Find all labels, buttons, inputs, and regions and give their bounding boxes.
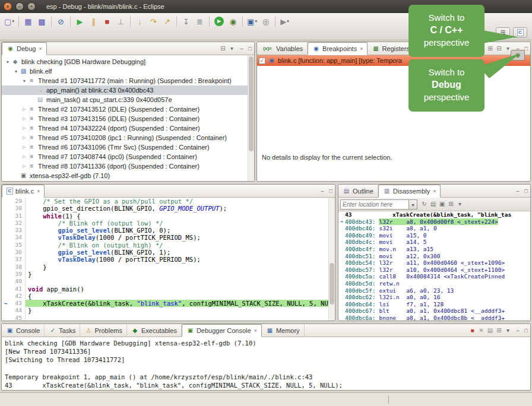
close-tab-icon[interactable]: × bbox=[360, 46, 363, 52]
expand-closed-icon[interactable]: ▷ bbox=[21, 107, 28, 112]
code-line[interactable]: 33 gpio_set_level(BLINK_GPIO, 0); bbox=[2, 227, 335, 234]
console-view-menu-icon[interactable]: ▾ bbox=[504, 324, 512, 337]
disconnect-button[interactable]: ⊥ bbox=[115, 15, 127, 28]
console-output[interactable]: blink checking [GDB Hardware Debugging] … bbox=[2, 337, 530, 391]
step-into-button[interactable]: ↓ bbox=[134, 15, 146, 28]
expand-closed-icon[interactable]: ▷ bbox=[21, 135, 28, 140]
debug-tree-item[interactable]: ▼blink.elf bbox=[2, 66, 254, 76]
resume-button[interactable]: ▶ bbox=[74, 15, 86, 28]
terminate-button[interactable]: ■ bbox=[101, 15, 113, 28]
debug-tree-item[interactable]: ▷Thread #7 1073408744 (ipc0) (Suspended … bbox=[2, 152, 254, 161]
open-perspective-button[interactable]: ⊞ bbox=[496, 27, 510, 38]
track-expression-icon[interactable]: ⊞ bbox=[446, 198, 455, 211]
instruction-stepping-button[interactable]: ≣ bbox=[194, 15, 206, 28]
code-line[interactable]: 37 vTaskDelay(1000 / portTICK_PERIOD_MS)… bbox=[2, 256, 335, 263]
debug-tree-item[interactable]: ▼Thread #1 1073411772 (main : Running) (… bbox=[2, 76, 254, 85]
clear-console-icon[interactable]: ▤ bbox=[486, 324, 495, 337]
disasm-line[interactable]: 400dbc4f:mov.n a13, a15 bbox=[338, 246, 530, 253]
breakpoint-checkbox[interactable]: ✓ bbox=[259, 58, 265, 64]
close-tab-icon[interactable]: × bbox=[433, 188, 436, 194]
expand-closed-icon[interactable]: ▷ bbox=[21, 145, 28, 150]
disasm-line[interactable]: 400dbc6a:bnone a8, a1, 0x400dbc8b <__add… bbox=[338, 315, 530, 321]
disasm-line[interactable]: 400dbc62:l32i.n a0, a0, 16 bbox=[338, 294, 530, 301]
show-breakpoints-for-icon[interactable]: ⊞ bbox=[486, 42, 495, 55]
location-input[interactable] bbox=[340, 199, 409, 210]
code-line[interactable]: 40 bbox=[2, 278, 335, 285]
code-line[interactable]: 36 gpio_set_level(BLINK_GPIO, 1); bbox=[2, 249, 335, 256]
disasm-line[interactable]: 400dbc51:movi a12, 0x300 bbox=[338, 253, 530, 260]
view-menu-icon[interactable]: ▾ bbox=[227, 42, 236, 55]
disasm-line[interactable]: 400dbc5d:retw.n bbox=[338, 280, 530, 287]
view-menu-icon[interactable]: ▾ bbox=[455, 198, 464, 211]
tab-debug[interactable]: Debug× bbox=[2, 42, 47, 55]
tab-breakpoints[interactable]: Breakpoints× bbox=[308, 42, 368, 55]
code-line[interactable]: 32 /* Blink off (output low) */ bbox=[2, 220, 335, 227]
maximize-view-icon[interactable]: □ bbox=[327, 185, 335, 197]
debug-tree-item[interactable]: app_main() at blink.c:43 0x400dbc43 bbox=[2, 85, 254, 95]
code-line[interactable]: 45 bbox=[2, 315, 335, 321]
editor-scrollbar[interactable] bbox=[328, 198, 335, 321]
collapse-all-icon[interactable]: ⊟ bbox=[495, 42, 504, 55]
cpp-perspective-button[interactable] bbox=[513, 27, 527, 38]
drop-to-frame-button[interactable]: ↧ bbox=[180, 15, 192, 28]
refresh-icon[interactable]: ↻ bbox=[420, 198, 429, 211]
debug-tree-item[interactable]: ▷Thread #8 1073411336 (dport) (Suspended… bbox=[2, 161, 254, 171]
disasm-line[interactable]: 400dbc54:l32r a11, 0x400d0460 <_stext+10… bbox=[338, 259, 530, 267]
disasm-line[interactable]: 400dbc57:l32r a10, 0x400d0464 <_stext+11… bbox=[338, 267, 530, 274]
skip-all-breakpoints-button[interactable]: ⊘ bbox=[55, 15, 67, 28]
disasm-line[interactable]: →400dbc43:l32r a8, 0x400d00f8 <_stext+22… bbox=[338, 218, 530, 226]
tab-outline[interactable]: Outline bbox=[338, 185, 378, 198]
disasm-line[interactable]: 400dbc49:movi a15, 0 bbox=[338, 232, 530, 239]
tab-disassembly[interactable]: Disassembly× bbox=[378, 185, 441, 198]
debug-perspective-button[interactable]: ◉ bbox=[511, 50, 525, 61]
debug-tree-item[interactable]: ▼blink checking [GDB Hardware Debugging] bbox=[2, 57, 254, 66]
code-line[interactable]: 30 gpio_set_direction(BLINK_GPIO, GPIO_M… bbox=[2, 205, 335, 212]
debug-tree-item[interactable]: ▷Thread #2 1073413512 (IDLE) (Suspended … bbox=[2, 104, 254, 114]
location-dropdown-icon[interactable]: ▼ bbox=[409, 199, 417, 210]
tab-console[interactable]: Console bbox=[2, 324, 45, 337]
code-line[interactable]: →43 xTaskCreate(&blink_task, "blink_task… bbox=[2, 300, 335, 307]
save-all-button[interactable]: ▩ bbox=[36, 15, 48, 28]
remove-launch-icon[interactable]: ✕ bbox=[477, 324, 486, 337]
code-line[interactable]: 42{ bbox=[2, 293, 335, 300]
tab-variables[interactable]: Variables bbox=[257, 42, 308, 55]
new-cpp-project-button[interactable]: ▣▾ bbox=[246, 15, 258, 28]
expand-open-icon[interactable]: ▼ bbox=[21, 79, 28, 83]
sync-selection-icon[interactable]: ▣ bbox=[438, 198, 446, 211]
minimize-view-icon[interactable]: – bbox=[514, 185, 522, 197]
expand-closed-icon[interactable]: ▷ bbox=[21, 154, 28, 159]
tab-tasks[interactable]: Tasks bbox=[45, 324, 80, 337]
tab-blink-c[interactable]: blink.c× bbox=[2, 185, 45, 198]
expand-open-icon[interactable]: ▼ bbox=[12, 69, 20, 74]
code-line[interactable]: 35 /* Blink on (output high) */ bbox=[2, 242, 335, 249]
search-button[interactable]: ◎ bbox=[259, 15, 272, 28]
code-line[interactable]: 38 } bbox=[2, 264, 335, 271]
new-wizard-button[interactable]: ▢▾ bbox=[3, 15, 15, 28]
minimize-view-icon[interactable]: – bbox=[514, 324, 522, 337]
collapse-all-icon[interactable]: ⊟ bbox=[218, 42, 227, 55]
step-over-button[interactable]: ↷ bbox=[147, 15, 160, 28]
disasm-line[interactable]: 400dbc5a:call8 0x40084314 <xTaskCreatePi… bbox=[338, 273, 530, 280]
disassembly-listing[interactable]: 43 xTaskCreate(&blink_task, "blink_tas→4… bbox=[338, 211, 530, 321]
code-line[interactable]: 41void app_main() bbox=[2, 286, 335, 293]
maximize-view-icon[interactable]: □ bbox=[246, 42, 254, 55]
terminate-console-icon[interactable]: ■ bbox=[468, 324, 477, 337]
code-line[interactable]: 29 /* Set the GPIO as a push/pull output… bbox=[2, 198, 335, 205]
minimize-window-button[interactable]: − bbox=[15, 2, 24, 11]
tab-registers[interactable]: Registers bbox=[368, 42, 414, 55]
code-line[interactable]: 34 vTaskDelay(1000 / portTICK_PERIOD_MS)… bbox=[2, 234, 335, 241]
save-button[interactable]: ▦ bbox=[22, 15, 34, 28]
disasm-line[interactable]: 400dbc67:blt a0, a1, 0x400dbc81 <__adddf… bbox=[338, 307, 530, 315]
maximize-view-icon[interactable]: □ bbox=[522, 185, 530, 197]
disasm-line[interactable]: 400dbc64:lsi f7, a1, 128 bbox=[338, 301, 530, 308]
run-last-tool-button[interactable]: ▶▾ bbox=[278, 15, 291, 28]
pin-console-icon[interactable]: ⊞ bbox=[495, 324, 504, 337]
minimize-view-icon[interactable]: – bbox=[238, 42, 246, 55]
debug-tree-item[interactable]: ▷Thread #6 1073431096 (Tmr Svc) (Suspend… bbox=[2, 142, 254, 152]
close-tab-icon[interactable]: × bbox=[37, 188, 40, 194]
expand-open-icon[interactable]: ▼ bbox=[4, 60, 11, 64]
tab-debugger-console[interactable]: Debugger Console× bbox=[182, 324, 262, 337]
tab-memory[interactable]: Memory bbox=[262, 324, 305, 337]
disasm-line[interactable]: 400dbc4c:movi a14, 5 bbox=[338, 239, 530, 246]
expand-closed-icon[interactable]: ▷ bbox=[21, 164, 28, 169]
